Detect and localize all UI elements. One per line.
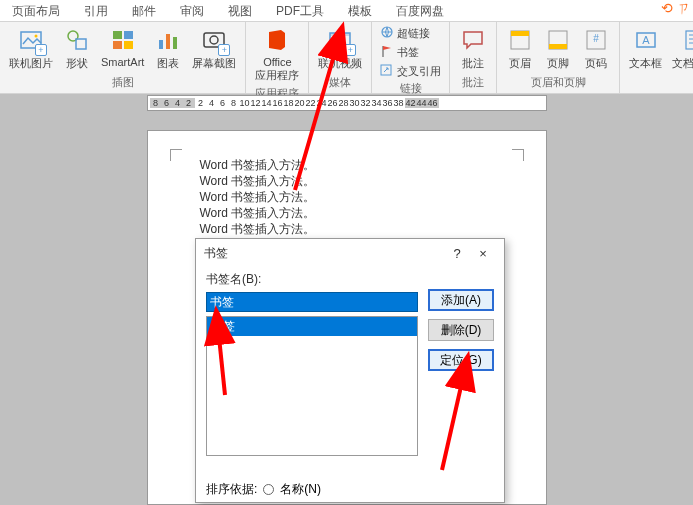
textbox-icon: A — [632, 26, 660, 54]
list-item[interactable]: 书签 — [207, 317, 417, 336]
bookmark-button[interactable]: 书签 — [376, 43, 445, 61]
ribbon-group-apps: Office 应用程序 应用程序 — [246, 22, 309, 93]
ribbon-group-text: A 文本框 文档部件 A 艺术字 A 首字 文本 — [620, 22, 693, 93]
hyperlink-button[interactable]: 超链接 — [376, 24, 445, 42]
ribbon-group-headerfooter: 页眉 页脚 # 页码 页眉和页脚 — [497, 22, 620, 93]
sort-label: 排序依据: — [206, 481, 257, 498]
quickparts-button[interactable]: 文档部件 — [667, 24, 693, 73]
svg-rect-10 — [173, 37, 177, 49]
svg-marker-16 — [338, 38, 343, 42]
label: 批注 — [462, 56, 484, 71]
tab-pdf[interactable]: PDF工具 — [264, 0, 336, 21]
doc-line: Word 书签插入方法。 — [178, 173, 516, 189]
svg-rect-7 — [124, 41, 133, 49]
ribbon-group-media: + 联机视频 媒体 — [309, 22, 372, 93]
bookmark-flag-icon — [380, 44, 394, 60]
margin-corner-tr — [512, 149, 524, 161]
comment-button[interactable]: 批注 — [454, 24, 492, 73]
label: 交叉引用 — [397, 64, 441, 79]
crossref-icon — [380, 63, 394, 79]
doc-line: Word 书签插入方法。 — [178, 205, 516, 221]
ribbon-tabs: 页面布局 引用 邮件 审阅 视图 PDF工具 模板 百度网盘 ⟲ ㄗ — [0, 0, 693, 22]
dialog-title-text: 书签 — [204, 245, 228, 262]
group-label: 批注 — [462, 74, 484, 91]
shapes-button[interactable]: 形状 — [58, 24, 96, 73]
ribbon-group-links: 超链接 书签 交叉引用 链接 — [372, 22, 450, 93]
chart-icon — [154, 26, 182, 54]
tab-view[interactable]: 视图 — [216, 0, 264, 21]
dialog-titlebar[interactable]: 书签 ? × — [196, 239, 504, 267]
svg-rect-22 — [511, 31, 529, 36]
shapes-icon — [63, 26, 91, 54]
bookmark-list[interactable]: 书签 — [206, 316, 418, 456]
label: 文本框 — [629, 56, 662, 71]
online-video-button[interactable]: + 联机视频 — [313, 24, 367, 73]
chart-button[interactable]: 图表 — [149, 24, 187, 73]
delete-button[interactable]: 删除(D) — [428, 319, 494, 341]
tab-mailings[interactable]: 邮件 — [120, 0, 168, 21]
ribbon-group-illustrations: + 联机图片 形状 SmartArt 图表 + 屏幕截图 插图 — [0, 22, 246, 93]
svg-rect-14 — [330, 33, 350, 36]
label: 超链接 — [397, 26, 430, 41]
dialog-footer: 排序依据: 名称(N) — [196, 477, 504, 502]
group-label: 媒体 — [329, 74, 351, 91]
footer-button[interactable]: 页脚 — [539, 24, 577, 73]
tab-templates[interactable]: 模板 — [336, 0, 384, 21]
dialog-close-button[interactable]: × — [470, 246, 496, 261]
svg-rect-29 — [686, 31, 693, 49]
svg-text:A: A — [642, 34, 650, 46]
quickparts-icon — [680, 26, 693, 54]
label: 文档部件 — [672, 56, 693, 71]
goto-button[interactable]: 定位(G) — [428, 349, 494, 371]
tab-baidu[interactable]: 百度网盘 — [384, 0, 456, 21]
label: 页码 — [585, 56, 607, 71]
svg-text:#: # — [594, 33, 600, 44]
label: 页脚 — [547, 56, 569, 71]
hyperlink-icon — [380, 25, 394, 41]
bookmark-name-input[interactable] — [206, 292, 418, 312]
office-apps-button[interactable]: Office 应用程序 — [250, 24, 304, 85]
screenshot-icon: + — [200, 26, 228, 54]
bookmark-name-label: 书签名(B): — [206, 271, 418, 288]
svg-marker-19 — [383, 46, 391, 50]
group-label: 插图 — [112, 74, 134, 91]
label: 屏幕截图 — [192, 56, 236, 71]
crossref-button[interactable]: 交叉引用 — [376, 62, 445, 80]
label: SmartArt — [101, 56, 144, 68]
label: Office — [263, 56, 292, 68]
comment-icon — [459, 26, 487, 54]
radio-name-label: 名称(N) — [280, 481, 321, 498]
svg-rect-4 — [113, 31, 122, 39]
horizontal-ruler: 8642 2468101214161820222426283032343638 … — [0, 94, 693, 112]
svg-rect-3 — [76, 39, 86, 49]
smartart-button[interactable]: SmartArt — [96, 24, 149, 70]
tab-review[interactable]: 审阅 — [168, 0, 216, 21]
radio-name[interactable] — [263, 484, 274, 495]
header-icon — [506, 26, 534, 54]
doc-line: Word 书签插入方法。 — [178, 157, 516, 173]
label: 页眉 — [509, 56, 531, 71]
dialog-help-button[interactable]: ? — [444, 246, 470, 261]
tab-references[interactable]: 引用 — [72, 0, 120, 21]
screenshot-button[interactable]: + 屏幕截图 — [187, 24, 241, 73]
svg-point-12 — [210, 36, 218, 44]
brand-icon: ⟲ ㄗ — [661, 0, 691, 18]
svg-point-1 — [35, 35, 38, 38]
svg-rect-5 — [124, 31, 133, 39]
office-icon — [263, 26, 291, 54]
tab-layout[interactable]: 页面布局 — [0, 0, 72, 21]
doc-line: Word 书签插入方法。 — [178, 221, 516, 237]
sublabel: 应用程序 — [255, 68, 299, 83]
label: 联机视频 — [318, 56, 362, 71]
label: 形状 — [66, 56, 88, 71]
svg-rect-9 — [166, 34, 170, 49]
footer-icon — [544, 26, 572, 54]
textbox-button[interactable]: A 文本框 — [624, 24, 667, 73]
add-button[interactable]: 添加(A) — [428, 289, 494, 311]
bookmark-dialog: 书签 ? × 书签名(B): 书签 添加(A) 删除(D) 定位(G) 排序依据… — [195, 238, 505, 503]
pagenum-button[interactable]: # 页码 — [577, 24, 615, 73]
online-pictures-button[interactable]: + 联机图片 — [4, 24, 58, 73]
header-button[interactable]: 页眉 — [501, 24, 539, 73]
pagenum-icon: # — [582, 26, 610, 54]
margin-corner-tl — [170, 149, 182, 161]
